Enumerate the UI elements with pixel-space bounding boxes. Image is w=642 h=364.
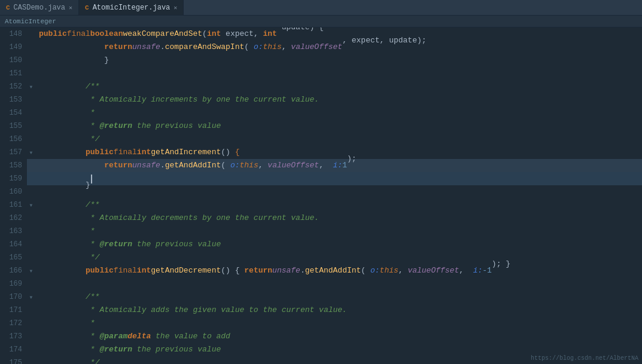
line-number: 163 xyxy=(0,225,27,238)
fold-gutter xyxy=(27,41,35,54)
fold-gutter xyxy=(27,330,35,343)
fold-gutter xyxy=(27,277,35,290)
fold-gutter xyxy=(27,120,35,133)
table-row: 155 * @return the previous value xyxy=(0,120,642,133)
code-area: 148 public final boolean weakCompareAndS… xyxy=(0,27,642,364)
line-number: 148 xyxy=(0,27,27,41)
table-row: 172 * xyxy=(0,317,642,330)
code-content: */ xyxy=(35,251,642,264)
fold-gutter[interactable]: ▼ xyxy=(27,80,35,93)
code-content: public final int getAndIncrement() { xyxy=(35,146,642,159)
table-row: 171 * Atomically adds the given value to… xyxy=(0,304,642,317)
fold-icon[interactable]: ▼ xyxy=(30,268,33,274)
text-cursor xyxy=(91,175,92,183)
code-content: * Atomically increments by one the curre… xyxy=(35,93,642,106)
tab-icon-casdemo: C xyxy=(6,4,10,11)
fold-gutter xyxy=(27,238,35,251)
tab-label-atomicinteger: AtomicInteger.java xyxy=(93,4,171,12)
line-number: 171 xyxy=(0,304,27,317)
line-number: 156 xyxy=(0,133,27,146)
code-content: * xyxy=(35,225,642,238)
tab-close-casdemo[interactable]: ✕ xyxy=(69,4,72,11)
line-number: 162 xyxy=(0,212,27,225)
code-content xyxy=(35,67,642,80)
table-row: 163 * xyxy=(0,225,642,238)
fold-gutter[interactable]: ▼ xyxy=(27,198,35,212)
line-number: 158 xyxy=(0,159,27,172)
table-row: 153 * Atomically increments by one the c… xyxy=(0,93,642,106)
code-content: /** xyxy=(35,198,642,212)
table-row: 170 ▼ /** xyxy=(0,290,642,304)
code-content: * xyxy=(35,317,642,330)
table-row: 152 ▼ /** xyxy=(0,80,642,93)
table-row: 166 ▼ public final int getAndDecrement()… xyxy=(0,264,642,277)
line-number: 164 xyxy=(0,238,27,251)
fold-gutter[interactable]: ▼ xyxy=(27,146,35,159)
table-row: 156 */ xyxy=(0,133,642,146)
line-number: 159 xyxy=(0,172,27,185)
fold-gutter xyxy=(27,251,35,264)
line-number: 172 xyxy=(0,317,27,330)
breadcrumb: AtomicInteger xyxy=(0,16,642,27)
fold-gutter xyxy=(27,212,35,225)
code-content: */ xyxy=(35,133,642,146)
fold-gutter xyxy=(27,27,35,41)
watermark: https://blog.csdn.net/AlbertNA xyxy=(531,355,638,362)
fold-icon[interactable]: ▼ xyxy=(30,203,33,208)
line-number: 154 xyxy=(0,106,27,120)
code-content: * Atomically decrements by one the curre… xyxy=(35,212,642,225)
tab-close-atomicinteger[interactable]: ✕ xyxy=(174,4,177,11)
fold-gutter xyxy=(27,304,35,317)
line-number: 153 xyxy=(0,93,27,106)
code-content: } xyxy=(35,172,642,185)
fold-gutter xyxy=(27,133,35,146)
code-content: return unsafe.compareAndSwapInt( o: this… xyxy=(35,41,642,54)
fold-icon[interactable]: ▼ xyxy=(30,84,33,90)
fold-gutter[interactable]: ▼ xyxy=(27,264,35,277)
fold-gutter[interactable]: ▼ xyxy=(27,290,35,304)
line-number: 169 xyxy=(0,277,27,290)
line-number: 173 xyxy=(0,330,27,343)
fold-icon[interactable]: ▼ xyxy=(30,295,33,300)
line-number: 157 xyxy=(0,146,27,159)
table-row: 150 } xyxy=(0,54,642,67)
code-content: public final int getAndDecrement() { ret… xyxy=(35,264,642,277)
fold-gutter xyxy=(27,356,35,364)
fold-gutter xyxy=(27,343,35,356)
line-number: 161 xyxy=(0,198,27,212)
tab-label-casdemo: CASDemo.java xyxy=(14,4,65,12)
code-content: * @return the previous value xyxy=(35,238,642,251)
table-row: 169 xyxy=(0,277,642,290)
code-content: * xyxy=(35,106,642,120)
code-content: return unsafe.getAndAddInt( o: this, val… xyxy=(35,159,642,172)
table-row: 160 xyxy=(0,185,642,198)
code-content: /** xyxy=(35,80,642,93)
tab-atomicinteger[interactable]: C AtomicInteger.java ✕ xyxy=(79,0,184,15)
table-row: 162 * Atomically decrements by one the c… xyxy=(0,212,642,225)
fold-gutter xyxy=(27,225,35,238)
tab-bar: C CASDemo.java ✕ C AtomicInteger.java ✕ xyxy=(0,0,642,16)
fold-gutter xyxy=(27,67,35,80)
line-number: 155 xyxy=(0,120,27,133)
code-content: * @return the previous value xyxy=(35,120,642,133)
table-row: 161 ▼ /** xyxy=(0,198,642,212)
table-row: 165 */ xyxy=(0,251,642,264)
table-row: 164 * @return the previous value xyxy=(0,238,642,251)
line-number: 165 xyxy=(0,251,27,264)
tab-icon-atomicinteger: C xyxy=(85,4,89,11)
fold-gutter xyxy=(27,172,35,185)
code-content: * Atomically adds the given value to the… xyxy=(35,304,642,317)
breadcrumb-text: AtomicInteger xyxy=(5,18,56,25)
line-number: 166 xyxy=(0,264,27,277)
tab-casdemo[interactable]: C CASDemo.java ✕ xyxy=(0,0,79,15)
fold-gutter xyxy=(27,54,35,67)
line-number: 152 xyxy=(0,80,27,93)
code-content: /** xyxy=(35,290,642,304)
code-content: * @param delta the value to add xyxy=(35,330,642,343)
code-content xyxy=(35,277,642,290)
table-row: 159 } xyxy=(0,172,642,185)
fold-icon[interactable]: ▼ xyxy=(30,150,33,155)
code-content: } xyxy=(35,54,642,67)
line-number: 151 xyxy=(0,67,27,80)
fold-gutter xyxy=(27,159,35,172)
